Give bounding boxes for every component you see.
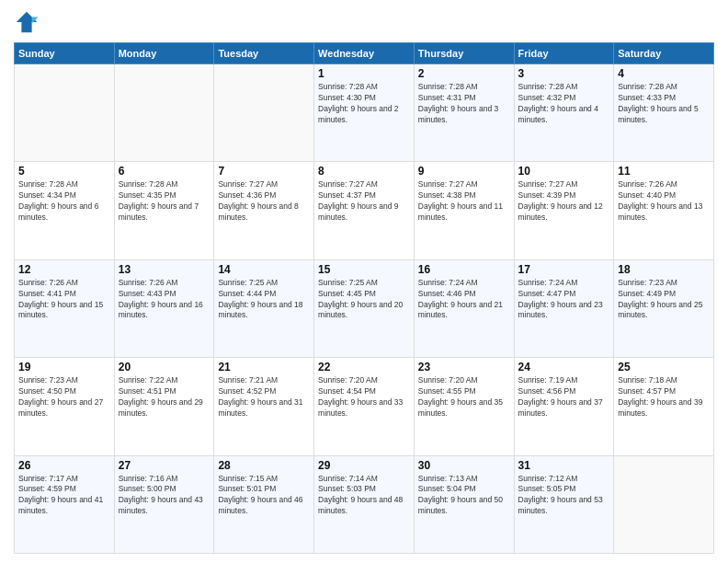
calendar-cell: 16 Sunrise: 7:24 AMSunset: 4:46 PMDaylig… — [414, 259, 514, 357]
page: SundayMondayTuesdayWednesdayThursdayFrid… — [0, 0, 728, 563]
day-number: 18 — [618, 263, 710, 276]
calendar-cell: 2 Sunrise: 7:28 AMSunset: 4:31 PMDayligh… — [414, 64, 514, 162]
calendar-week-1: 1 Sunrise: 7:28 AMSunset: 4:30 PMDayligh… — [15, 64, 714, 162]
day-info: Sunrise: 7:28 AMSunset: 4:30 PMDaylight:… — [318, 82, 410, 126]
day-info: Sunrise: 7:26 AMSunset: 4:41 PMDaylight:… — [18, 278, 110, 322]
day-info: Sunrise: 7:24 AMSunset: 4:46 PMDaylight:… — [418, 278, 510, 322]
day-number: 12 — [18, 263, 110, 276]
day-info: Sunrise: 7:22 AMSunset: 4:51 PMDaylight:… — [119, 375, 210, 419]
calendar-week-4: 19 Sunrise: 7:23 AMSunset: 4:50 PMDaylig… — [15, 358, 714, 455]
day-info: Sunrise: 7:25 AMSunset: 4:44 PMDaylight:… — [218, 278, 310, 322]
calendar-cell: 6 Sunrise: 7:28 AMSunset: 4:35 PMDayligh… — [114, 162, 214, 259]
logo-icon — [14, 9, 40, 35]
calendar-cell: 8 Sunrise: 7:27 AMSunset: 4:37 PMDayligh… — [314, 162, 415, 259]
day-info: Sunrise: 7:20 AMSunset: 4:55 PMDaylight:… — [418, 375, 510, 419]
day-number: 26 — [18, 459, 110, 472]
day-number: 27 — [119, 459, 210, 472]
day-number: 6 — [119, 165, 210, 178]
calendar-cell: 29 Sunrise: 7:14 AMSunset: 5:03 PMDaylig… — [314, 455, 415, 553]
calendar-cell: 9 Sunrise: 7:27 AMSunset: 4:38 PMDayligh… — [414, 162, 514, 259]
calendar-cell: 21 Sunrise: 7:21 AMSunset: 4:52 PMDaylig… — [214, 358, 314, 455]
calendar-week-5: 26 Sunrise: 7:17 AMSunset: 4:59 PMDaylig… — [15, 455, 714, 553]
calendar-cell: 7 Sunrise: 7:27 AMSunset: 4:36 PMDayligh… — [214, 162, 314, 259]
calendar-cell: 1 Sunrise: 7:28 AMSunset: 4:30 PMDayligh… — [314, 64, 415, 162]
calendar-cell: 22 Sunrise: 7:20 AMSunset: 4:54 PMDaylig… — [314, 358, 415, 455]
day-number: 1 — [318, 67, 410, 80]
calendar-cell: 20 Sunrise: 7:22 AMSunset: 4:51 PMDaylig… — [114, 358, 214, 455]
weekday-header-wednesday: Wednesday — [314, 43, 415, 64]
day-number: 16 — [418, 263, 510, 276]
day-info: Sunrise: 7:20 AMSunset: 4:54 PMDaylight:… — [318, 375, 410, 419]
day-info: Sunrise: 7:27 AMSunset: 4:39 PMDaylight:… — [518, 179, 610, 224]
calendar-cell: 19 Sunrise: 7:23 AMSunset: 4:50 PMDaylig… — [15, 358, 115, 455]
day-number: 7 — [218, 165, 310, 178]
day-info: Sunrise: 7:18 AMSunset: 4:57 PMDaylight:… — [618, 375, 710, 419]
calendar-cell — [214, 64, 314, 162]
day-number: 22 — [318, 361, 410, 373]
day-info: Sunrise: 7:17 AMSunset: 4:59 PMDaylight:… — [18, 474, 110, 518]
weekday-header-row: SundayMondayTuesdayWednesdayThursdayFrid… — [15, 43, 714, 64]
day-info: Sunrise: 7:24 AMSunset: 4:47 PMDaylight:… — [518, 278, 610, 322]
weekday-header-sunday: Sunday — [15, 43, 115, 64]
day-number: 10 — [518, 165, 610, 178]
calendar-cell: 28 Sunrise: 7:15 AMSunset: 5:01 PMDaylig… — [214, 455, 314, 553]
day-number: 20 — [119, 361, 210, 373]
day-info: Sunrise: 7:13 AMSunset: 5:04 PMDaylight:… — [418, 474, 510, 518]
calendar-cell: 3 Sunrise: 7:28 AMSunset: 4:32 PMDayligh… — [514, 64, 614, 162]
weekday-header-monday: Monday — [114, 43, 214, 64]
day-number: 19 — [18, 361, 110, 373]
calendar-cell: 18 Sunrise: 7:23 AMSunset: 4:49 PMDaylig… — [614, 259, 714, 357]
calendar-cell: 4 Sunrise: 7:28 AMSunset: 4:33 PMDayligh… — [614, 64, 714, 162]
day-info: Sunrise: 7:27 AMSunset: 4:38 PMDaylight:… — [418, 179, 510, 224]
calendar-cell: 27 Sunrise: 7:16 AMSunset: 5:00 PMDaylig… — [114, 455, 214, 553]
day-number: 24 — [518, 361, 610, 373]
calendar-cell — [15, 64, 115, 162]
calendar-cell: 31 Sunrise: 7:12 AMSunset: 5:05 PMDaylig… — [514, 455, 614, 553]
day-number: 28 — [218, 459, 310, 472]
day-number: 2 — [418, 67, 510, 80]
day-number: 4 — [618, 67, 710, 80]
day-number: 29 — [318, 459, 410, 472]
day-number: 3 — [518, 67, 610, 80]
day-number: 23 — [418, 361, 510, 373]
calendar-table: SundayMondayTuesdayWednesdayThursdayFrid… — [14, 42, 714, 554]
calendar-cell: 23 Sunrise: 7:20 AMSunset: 4:55 PMDaylig… — [414, 358, 514, 455]
weekday-header-saturday: Saturday — [614, 43, 714, 64]
day-info: Sunrise: 7:15 AMSunset: 5:01 PMDaylight:… — [218, 474, 310, 518]
day-info: Sunrise: 7:25 AMSunset: 4:45 PMDaylight:… — [318, 278, 410, 322]
day-info: Sunrise: 7:27 AMSunset: 4:36 PMDaylight:… — [218, 179, 310, 224]
header — [14, 9, 714, 35]
day-info: Sunrise: 7:28 AMSunset: 4:31 PMDaylight:… — [418, 82, 510, 126]
day-number: 11 — [618, 165, 710, 178]
day-info: Sunrise: 7:26 AMSunset: 4:40 PMDaylight:… — [618, 179, 710, 224]
calendar-cell: 10 Sunrise: 7:27 AMSunset: 4:39 PMDaylig… — [514, 162, 614, 259]
calendar-cell: 30 Sunrise: 7:13 AMSunset: 5:04 PMDaylig… — [414, 455, 514, 553]
calendar-week-2: 5 Sunrise: 7:28 AMSunset: 4:34 PMDayligh… — [15, 162, 714, 259]
calendar-cell: 12 Sunrise: 7:26 AMSunset: 4:41 PMDaylig… — [15, 259, 115, 357]
day-number: 9 — [418, 165, 510, 178]
day-number: 17 — [518, 263, 610, 276]
day-number: 5 — [18, 165, 110, 178]
svg-marker-1 — [32, 17, 39, 23]
day-info: Sunrise: 7:28 AMSunset: 4:34 PMDaylight:… — [18, 179, 110, 224]
day-number: 30 — [418, 459, 510, 472]
day-info: Sunrise: 7:28 AMSunset: 4:33 PMDaylight:… — [618, 82, 710, 126]
calendar-cell: 13 Sunrise: 7:26 AMSunset: 4:43 PMDaylig… — [114, 259, 214, 357]
day-info: Sunrise: 7:27 AMSunset: 4:37 PMDaylight:… — [318, 179, 410, 224]
logo — [14, 9, 43, 35]
weekday-header-thursday: Thursday — [414, 43, 514, 64]
day-info: Sunrise: 7:21 AMSunset: 4:52 PMDaylight:… — [218, 375, 310, 419]
day-number: 15 — [318, 263, 410, 276]
calendar-cell — [114, 64, 214, 162]
calendar-cell: 5 Sunrise: 7:28 AMSunset: 4:34 PMDayligh… — [15, 162, 115, 259]
day-info: Sunrise: 7:12 AMSunset: 5:05 PMDaylight:… — [518, 474, 610, 518]
day-info: Sunrise: 7:26 AMSunset: 4:43 PMDaylight:… — [119, 278, 210, 322]
calendar-cell: 11 Sunrise: 7:26 AMSunset: 4:40 PMDaylig… — [614, 162, 714, 259]
calendar-cell: 25 Sunrise: 7:18 AMSunset: 4:57 PMDaylig… — [614, 358, 714, 455]
day-info: Sunrise: 7:16 AMSunset: 5:00 PMDaylight:… — [119, 474, 210, 518]
day-info: Sunrise: 7:23 AMSunset: 4:50 PMDaylight:… — [18, 375, 110, 419]
calendar-week-3: 12 Sunrise: 7:26 AMSunset: 4:41 PMDaylig… — [15, 259, 714, 357]
weekday-header-tuesday: Tuesday — [214, 43, 314, 64]
calendar-cell — [614, 455, 714, 553]
calendar-cell: 15 Sunrise: 7:25 AMSunset: 4:45 PMDaylig… — [314, 259, 415, 357]
